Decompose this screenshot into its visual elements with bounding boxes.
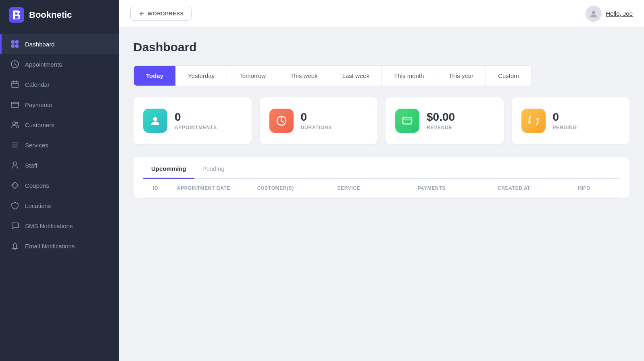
revenue-label: REVENUE: [427, 125, 455, 130]
sidebar-item-label: Email Notifications: [25, 243, 75, 250]
payments-icon: [10, 100, 19, 109]
sms-icon: [10, 221, 19, 230]
durations-value: 0: [301, 111, 332, 123]
sidebar-item-label: Services: [25, 142, 48, 149]
durations-stat-icon: [269, 109, 294, 133]
tab-pending[interactable]: Pending: [194, 160, 233, 179]
services-icon: [10, 141, 19, 149]
col-id: ID: [153, 185, 177, 191]
pending-stat-icon: [521, 109, 546, 133]
svg-rect-7: [11, 102, 19, 107]
period-tab-this-month[interactable]: This month: [382, 66, 436, 86]
sidebar: Booknetic Dashboard Appointments Calenda…: [0, 0, 119, 361]
sidebar-item-customers[interactable]: Customers: [0, 115, 119, 135]
pending-stat-info: 0 PENDING: [553, 111, 577, 130]
stat-card-durations: 0 DURATIONS: [260, 97, 378, 144]
tab-upcomming[interactable]: Upcomming: [143, 160, 194, 179]
wordpress-button[interactable]: WORDPRESS: [130, 7, 192, 21]
pending-value: 0: [553, 111, 577, 123]
sidebar-item-label: Appointments: [25, 61, 62, 68]
page-title: Dashboard: [133, 40, 629, 54]
period-tab-last-week[interactable]: Last week: [330, 66, 382, 86]
sidebar-item-label: SMS Notifications: [25, 222, 73, 229]
col-payments: PAYMENTS: [417, 185, 498, 191]
staff-icon: [10, 161, 19, 170]
period-tab-custom[interactable]: Custom: [486, 66, 531, 86]
sidebar-item-dashboard[interactable]: Dashboard: [0, 34, 119, 54]
col-info: INFO: [578, 185, 610, 191]
stat-card-appointments: 0 APPOINTMENTS: [133, 97, 252, 144]
appointments-label: APPOINTMENTS: [175, 125, 217, 130]
col-created-at: CREATED AT: [498, 185, 578, 191]
dashboard-icon: [10, 40, 19, 48]
sidebar-item-appointments[interactable]: Appointments: [0, 54, 119, 74]
topbar: WORDPRESS Hello, Joe: [119, 0, 644, 27]
svg-rect-15: [403, 118, 412, 124]
sidebar-item-label: Payments: [25, 101, 52, 108]
sidebar-item-coupons[interactable]: Coupons: [0, 175, 119, 195]
svg-rect-1: [11, 40, 15, 44]
user-greeting: Hello, Joe: [606, 10, 633, 17]
col-service: SERVICE: [338, 185, 418, 191]
section-tabs: Upcomming Pending: [143, 157, 620, 179]
revenue-stat-info: $0.00 REVENUE: [427, 111, 455, 130]
customers-icon: [10, 120, 19, 129]
main-content: Dashboard Today Yesterday Tomorrow This …: [119, 27, 644, 361]
col-appointment-date: APPOINTMENT DATE: [177, 185, 257, 191]
sidebar-item-label: Customers: [25, 122, 54, 128]
durations-label: DURATIONS: [301, 125, 332, 130]
sidebar-item-locations[interactable]: Locations: [0, 195, 119, 216]
sidebar-logo: Booknetic: [0, 0, 119, 30]
appointments-icon: [10, 60, 19, 69]
svg-rect-4: [15, 44, 19, 48]
sidebar-item-calendar[interactable]: Calendar: [0, 74, 119, 94]
period-tab-this-year[interactable]: This year: [436, 66, 486, 86]
svg-rect-2: [15, 40, 19, 44]
avatar: [586, 6, 602, 22]
period-tab-yesterday[interactable]: Yesterday: [176, 66, 227, 86]
period-tabs: Today Yesterday Tomorrow This week Last …: [133, 65, 531, 86]
sidebar-item-staff[interactable]: Staff: [0, 155, 119, 175]
sidebar-item-sms-notifications[interactable]: SMS Notifications: [0, 216, 119, 236]
revenue-stat-icon: [395, 109, 419, 133]
sidebar-item-label: Locations: [25, 202, 51, 209]
svg-point-10: [13, 162, 17, 165]
sidebar-item-label: Staff: [25, 162, 38, 169]
logo-icon: [9, 7, 24, 23]
locations-icon: [10, 201, 19, 210]
sidebar-item-label: Coupons: [25, 182, 49, 189]
sidebar-item-email-notifications[interactable]: Email Notifications: [0, 236, 119, 256]
svg-rect-3: [11, 44, 15, 48]
svg-point-9: [16, 122, 18, 124]
svg-point-12: [592, 11, 595, 14]
wordpress-label: WORDPRESS: [148, 10, 184, 17]
user-profile[interactable]: Hello, Joe: [586, 6, 633, 22]
back-icon: [138, 10, 144, 17]
durations-stat-info: 0 DURATIONS: [301, 111, 332, 130]
app-name: Booknetic: [29, 10, 72, 20]
svg-point-11: [13, 184, 14, 185]
appointments-stat-icon: [143, 109, 167, 133]
period-tab-this-week[interactable]: This week: [278, 66, 330, 86]
sidebar-item-services[interactable]: Services: [0, 135, 119, 155]
col-customers: CUSTOMER(S): [257, 185, 338, 191]
appointments-stat-info: 0 APPOINTMENTS: [175, 111, 217, 130]
svg-point-13: [153, 117, 157, 121]
calendar-icon: [10, 80, 19, 89]
appointments-section: Upcomming Pending ID APPOINTMENT DATE CU…: [133, 157, 629, 198]
stats-row: 0 APPOINTMENTS 0 DURATIONS $0.00: [133, 97, 629, 144]
period-tab-today[interactable]: Today: [134, 66, 176, 86]
appointments-value: 0: [175, 111, 217, 123]
stat-card-revenue: $0.00 REVENUE: [386, 97, 504, 144]
revenue-value: $0.00: [427, 111, 455, 123]
period-tab-tomorrow[interactable]: Tomorrow: [227, 66, 278, 86]
bell-icon: [10, 241, 19, 250]
sidebar-item-label: Calendar: [25, 81, 50, 88]
sidebar-navigation: Dashboard Appointments Calendar Payments…: [0, 34, 119, 256]
stat-card-pending: 0 PENDING: [512, 97, 630, 144]
svg-point-8: [13, 122, 16, 125]
sidebar-item-label: Dashboard: [25, 41, 54, 48]
svg-rect-6: [12, 82, 18, 88]
sidebar-item-payments[interactable]: Payments: [0, 94, 119, 115]
table-header: ID APPOINTMENT DATE CUSTOMER(S) SERVICE …: [143, 179, 620, 198]
